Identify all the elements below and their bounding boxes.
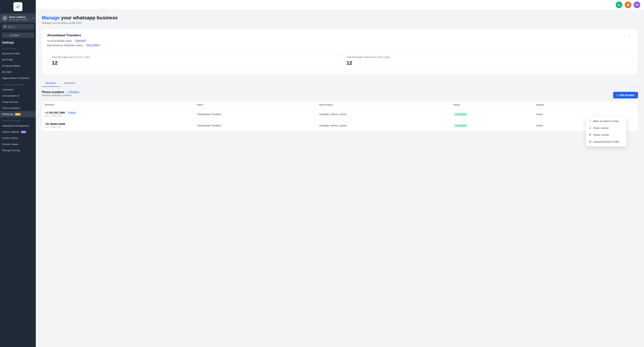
table-row: +91 88499 43402 Live - TIER_250 Ahmedaba… <box>42 120 638 131</box>
col-name: Name <box>194 101 316 108</box>
search-icon: 🔍 <box>4 25 7 28</box>
cell-status-2: Connected <box>450 120 533 131</box>
user-avatar[interactable]: UR <box>634 1 640 8</box>
sidebar-item-label: Opportunities & Pipelines <box>2 77 30 79</box>
tab-templates[interactable]: Templates <box>60 80 79 87</box>
section-header: Phone numbers 2 Numbers Manage whatsapp … <box>42 90 638 100</box>
stat-sent-label: Total Messages sent (in last 7 days) <box>52 56 333 58</box>
business-card-menu-button[interactable]: ⋮ <box>626 33 633 39</box>
main-area: UR Manage your whatsapp business Manage … <box>36 0 644 347</box>
trash-icon <box>589 133 592 136</box>
section-title: Phone numbers <box>42 90 64 94</box>
business-name: Ahmedabad Travellers <box>47 33 100 37</box>
sidebar-item-calendars[interactable]: Calendars <box>0 87 36 93</box>
sidebar-item-opportunities-pipelines[interactable]: Opportunities & Pipelines <box>0 75 36 81</box>
workspace-avatar: U <box>2 15 8 21</box>
new-badge: New <box>15 113 21 116</box>
sidebar-item-label: Calendars <box>2 88 13 91</box>
tabs-row: Numbers Templates <box>42 80 638 87</box>
dropdown-label-make-default: Make as default number <box>593 120 619 122</box>
section-other-settings: OTHER SETTINGS <box>0 117 36 123</box>
sidebar-item-manage-scoring[interactable]: Manage Scoring <box>0 147 36 153</box>
workspace-info: Umar's Bakery Ahmedabad, Gujarat <box>9 16 31 21</box>
stat-card-sent: Total Messages sent (in last 7 days) 12 <box>47 52 338 70</box>
sidebar-logo <box>0 0 36 13</box>
cell-name-2: Ahmedabad Travellers <box>194 120 316 131</box>
stat-delivered-value: 12 <box>346 60 628 66</box>
workspace-name: Umar's Bakery <box>9 16 31 18</box>
workspace-selector[interactable]: U Umar's Bakery Ahmedabad, Gujarat ▾ <box>0 13 36 22</box>
sidebar-item-email-services[interactable]: Email Services <box>0 99 36 105</box>
add-number-button[interactable]: + Add Number <box>613 92 638 98</box>
chevron-down-icon: ▾ <box>32 17 34 19</box>
page-title-highlight: Manage <box>42 15 60 20</box>
sidebar-item-whatsapp[interactable]: WhatsApp New <box>0 111 36 117</box>
dropdown-item-update-profile[interactable]: Update Business Profile <box>586 138 626 145</box>
bell-icon[interactable] <box>624 1 631 8</box>
sidebar-item-label: My Profile <box>2 58 13 61</box>
tab-numbers[interactable]: Numbers <box>42 80 60 87</box>
sidebar-item-label: Custom Objects <box>2 130 20 133</box>
sidebar-item-label: Custom Values <box>2 143 18 146</box>
sidebar-item-company-billing[interactable]: Company Billing <box>0 63 36 69</box>
not-verified-badge: Not_verified <box>85 43 100 47</box>
dropdown-label-share-number: Share number <box>593 127 608 129</box>
check-icon: ✓ <box>589 119 591 123</box>
sidebar-item-label: Phone Numbers <box>2 107 20 109</box>
search-input[interactable] <box>8 25 36 28</box>
context-dropdown-menu: ✓ Make as default number Share number <box>586 116 627 146</box>
arrow-left-icon: ← <box>4 34 6 37</box>
cell-number-1: +1 424-352-7889 Default Live - TIER_250 <box>42 108 194 120</box>
dropdown-label-delete-number: Delete number <box>593 133 609 136</box>
logo-icon <box>14 2 22 11</box>
tier-2: Live - TIER_250 <box>45 126 191 128</box>
dropdown-item-share-number[interactable]: Share number <box>586 125 626 131</box>
sidebar-item-custom-objects[interactable]: Custom Objects beta <box>0 129 36 135</box>
cell-quality-2: Green <box>533 120 588 131</box>
section-title-row: Phone numbers 2 Numbers <box>42 90 81 94</box>
sidebar-item-my-profile[interactable]: My Profile <box>0 57 36 63</box>
sidebar-item-label: Company Billing <box>2 64 20 67</box>
search-bar[interactable]: 🔍 ⌘K + <box>2 24 34 29</box>
plus-icon: + <box>616 94 618 97</box>
phone-icon[interactable] <box>616 1 622 8</box>
cell-number-2: +91 88499 43402 Live - TIER_250 <box>42 120 194 131</box>
page-title-rest: your whatsapp business <box>60 15 118 20</box>
share-icon <box>589 126 592 130</box>
sidebar-item-phone-numbers[interactable]: Phone Numbers <box>0 105 36 111</box>
numbers-table-container: Numbers Name Name Status Status Quality <box>42 101 638 131</box>
table-row: +1 424-352-7889 Default Live - TIER_250 … <box>42 108 638 120</box>
sidebar-item-custom-values[interactable]: Custom Values <box>0 141 36 147</box>
col-actions <box>588 101 638 108</box>
go-back-button[interactable]: ← ← Go Back <box>2 32 34 38</box>
cell-name-status-2: Available_without_review <box>316 120 450 131</box>
sidebar-item-label: Business Profile <box>2 52 20 55</box>
approved-badge: Approved <box>74 39 87 42</box>
phone-numbers-section: Phone numbers 2 Numbers Manage whatsapp … <box>42 90 638 131</box>
sidebar-item-conversation-ai[interactable]: Conversation AI <box>0 93 36 99</box>
sidebar-item-label: Reputation Management <box>2 124 29 127</box>
dropdown-item-make-default[interactable]: ✓ Make as default number <box>586 117 626 125</box>
sidebar-item-label: WhatsApp <box>2 113 14 116</box>
section-subtitle: Manage whatsapp numbers <box>42 94 81 97</box>
default-badge: Default <box>67 111 76 114</box>
connected-badge-2: Connected <box>453 124 468 127</box>
sidebar-item-label: My Staff <box>2 70 11 73</box>
account-review-status-row: Account Review Status Approved <box>47 39 100 42</box>
sidebar-item-my-staff[interactable]: My Staff <box>0 69 36 75</box>
sidebar-item-custom-fields[interactable]: Custom Fields <box>0 135 36 141</box>
beta-badge: beta <box>21 131 26 133</box>
sidebar-item-business-profile[interactable]: Business Profile <box>0 50 36 57</box>
cell-quality-1: Green <box>533 108 588 120</box>
page-subtitle: Manage your business profile here <box>42 21 638 24</box>
col-quality: Quality <box>533 101 588 108</box>
sidebar-item-label: Conversation AI <box>2 94 20 97</box>
sidebar-item-label: Custom Fields <box>2 137 18 139</box>
section-business-services: BUSINESS SERVICES <box>0 81 36 87</box>
section-my-business: MY BUSINESS <box>0 45 36 50</box>
dropdown-item-delete-number[interactable]: Delete number <box>586 131 626 138</box>
cell-status-1: Connected <box>450 108 533 120</box>
sidebar-item-reputation-management[interactable]: Reputation Management <box>0 123 36 129</box>
svg-point-0 <box>15 4 20 9</box>
add-number-label: Add Number <box>619 94 635 97</box>
